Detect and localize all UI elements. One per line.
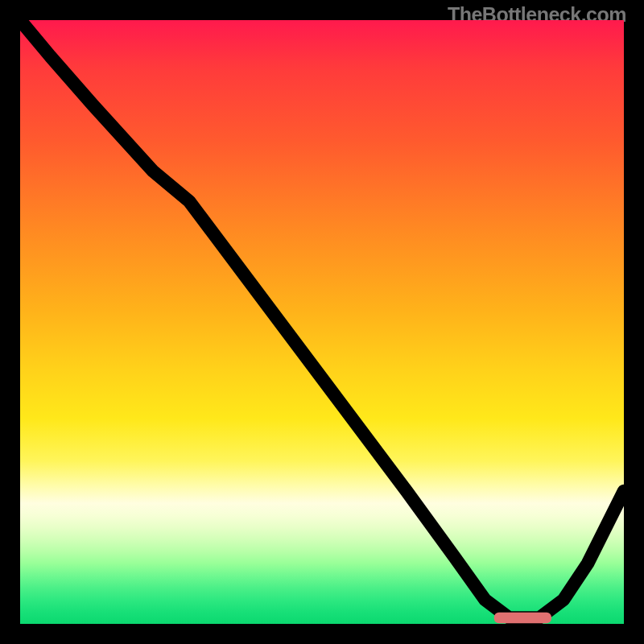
bottleneck-curve: [20, 20, 624, 618]
optimal-range-marker: [494, 613, 551, 624]
chart-overlay: [20, 20, 624, 624]
chart-container: TheBottleneck.com: [0, 0, 644, 644]
plot-area: [20, 20, 624, 624]
